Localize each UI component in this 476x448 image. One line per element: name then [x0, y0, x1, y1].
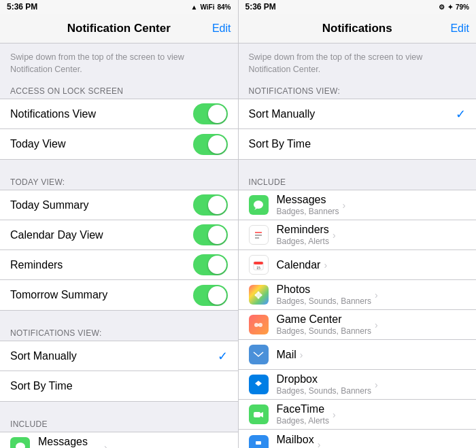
- sort-manually-row-left[interactable]: Sort Manually ✓: [0, 341, 238, 371]
- photos-info-right: Photos Badges, Sounds, Banners: [277, 283, 371, 306]
- today-summary-row[interactable]: Today Summary: [0, 190, 238, 220]
- tomorrow-summary-row[interactable]: Tomorrow Summary: [0, 280, 238, 310]
- svg-point-19: [258, 323, 262, 327]
- svg-rect-23: [254, 412, 260, 417]
- include-group-left: Messages Badges, Banners › Reminders Bad…: [0, 432, 238, 448]
- gamecenter-info-right: Game Center Badges, Sounds, Banners: [277, 313, 371, 336]
- messages-icon-left: [10, 437, 30, 448]
- photos-app-sub-right: Badges, Sounds, Banners: [277, 296, 371, 306]
- reminders-info-right: Reminders Badges, Alerts: [277, 224, 329, 246]
- section-header-notif-right: NOTIFICATIONS VIEW:: [239, 82, 477, 99]
- facetime-app-sub-right: Badges, Alerts: [277, 416, 329, 426]
- gamecenter-app-sub-right: Badges, Sounds, Banners: [277, 326, 371, 336]
- gamecenter-chevron-right: ›: [375, 320, 378, 330]
- sort-manually-label-right: Sort Manually: [249, 108, 456, 120]
- include-header-right: INCLUDE: [239, 173, 477, 190]
- calendar-day-toggle[interactable]: [193, 224, 228, 245]
- svg-point-17: [255, 294, 257, 296]
- calendar-day-row[interactable]: Calendar Day View: [0, 220, 238, 250]
- svg-point-18: [254, 323, 258, 327]
- photos-row-right[interactable]: Photos Badges, Sounds, Banners ›: [239, 280, 477, 310]
- calendar-day-label: Calendar Day View: [10, 229, 193, 241]
- sort-manually-row-right[interactable]: Sort Manually ✓: [239, 99, 477, 129]
- time-left: 5:36 PM: [7, 2, 37, 12]
- sort-by-time-label-left: Sort By Time: [10, 380, 228, 392]
- reminders-icon-right: [249, 225, 269, 245]
- edit-button-left[interactable]: Edit: [212, 22, 231, 35]
- messages-info-left: Messages Badges, Banners: [38, 436, 101, 448]
- today-summary-toggle[interactable]: [193, 194, 228, 216]
- svg-rect-27: [257, 445, 260, 447]
- status-bar-right: 5:36 PM ⚙ ✦ 79%: [239, 0, 477, 14]
- section-header-lock: ACCESS ON LOCK SCREEN: [0, 82, 238, 99]
- calendar-row-right[interactable]: 15 Calendar ›: [239, 250, 477, 280]
- notif-view-group-right: Sort Manually ✓ Sort By Time: [239, 99, 477, 160]
- status-icons-left: ▲ WiFi 84%: [191, 3, 231, 11]
- mail-row-right[interactable]: Mail ›: [239, 340, 477, 370]
- reminders-today-row[interactable]: Reminders: [0, 250, 238, 280]
- messages-row-left[interactable]: Messages Badges, Banners ›: [0, 432, 238, 448]
- time-right: 5:36 PM: [245, 2, 276, 12]
- settings-icon: ⚙: [439, 3, 445, 11]
- dropbox-app-label-right: Dropbox: [277, 373, 371, 385]
- notif-view-group-left: Sort Manually ✓ Sort By Time: [0, 341, 238, 402]
- reminders-chevron-right: ›: [333, 230, 336, 241]
- notifications-view-row[interactable]: Notifications View: [0, 99, 238, 129]
- reminders-app-sub-right: Badges, Alerts: [277, 237, 329, 246]
- nav-title-right: Notifications: [322, 22, 392, 35]
- svg-rect-26: [256, 441, 261, 445]
- sort-by-time-label-right: Sort By Time: [249, 138, 466, 150]
- mailbox-info-right: Mailbox Badges: [277, 434, 314, 449]
- edit-button-right[interactable]: Edit: [450, 22, 469, 35]
- sort-manually-check-left: ✓: [218, 349, 228, 364]
- wifi-icon: WiFi: [200, 3, 214, 11]
- messages-app-sub-right: Badges, Banners: [277, 207, 339, 216]
- reminders-today-label: Reminders: [10, 259, 193, 271]
- dropbox-chevron-right: ›: [375, 379, 378, 390]
- gamecenter-icon-right: [249, 315, 269, 334]
- bluetooth-icon: ✦: [447, 3, 453, 11]
- mailbox-chevron-right: ›: [318, 439, 321, 448]
- svg-point-16: [258, 296, 260, 298]
- reminders-today-toggle[interactable]: [193, 254, 228, 275]
- messages-row-right[interactable]: Messages Badges, Banners ›: [239, 190, 477, 220]
- notifications-view-label: Notifications View: [10, 108, 193, 120]
- svg-point-15: [260, 294, 262, 296]
- facetime-chevron-right: ›: [333, 409, 336, 420]
- mailbox-row-right[interactable]: Mailbox Badges ›: [239, 430, 477, 448]
- sort-by-time-row-right[interactable]: Sort By Time: [239, 129, 477, 159]
- mailbox-icon-right: [249, 435, 269, 449]
- reminders-row-right[interactable]: Reminders Badges, Alerts ›: [239, 220, 477, 250]
- today-view-label: Today View: [10, 138, 193, 150]
- facetime-app-label-right: FaceTime: [277, 403, 329, 415]
- today-view-group: Today Summary Calendar Day View Reminder…: [0, 190, 238, 311]
- gamecenter-row-right[interactable]: Game Center Badges, Sounds, Banners ›: [239, 310, 477, 340]
- include-group-right: Messages Badges, Banners › Reminders Bad…: [239, 190, 477, 448]
- tomorrow-summary-toggle[interactable]: [193, 285, 228, 306]
- section-header-notif-left: NOTIFICATIONS VIEW:: [0, 324, 238, 341]
- today-view-row[interactable]: Today View: [0, 129, 238, 159]
- reminders-app-label-right: Reminders: [277, 224, 329, 236]
- signal-icon: ▲: [191, 3, 198, 11]
- messages-info-right: Messages Badges, Banners: [277, 194, 339, 216]
- nav-title-left: Notification Center: [67, 22, 171, 35]
- battery-text-left: 84%: [217, 3, 231, 11]
- nav-bar-left: Notification Center Edit: [0, 14, 238, 44]
- messages-chevron-left: ›: [104, 442, 107, 449]
- svg-text:15: 15: [256, 266, 260, 270]
- left-scroll: Swipe down from the top of the screen to…: [0, 44, 238, 448]
- notifications-view-toggle[interactable]: [193, 103, 228, 124]
- dropbox-row-right[interactable]: Dropbox Badges, Sounds, Banners ›: [239, 370, 477, 400]
- facetime-row-right[interactable]: FaceTime Badges, Alerts ›: [239, 400, 477, 430]
- messages-icon-right: [249, 195, 269, 215]
- svg-rect-11: [254, 262, 263, 264]
- photos-icon-right: [249, 285, 269, 305]
- svg-point-0: [16, 443, 25, 449]
- gamecenter-app-label-right: Game Center: [277, 313, 371, 326]
- description-right: Swipe down from the top of the screen to…: [239, 44, 477, 82]
- sort-by-time-row-left[interactable]: Sort By Time: [0, 371, 238, 401]
- include-header-left: INCLUDE: [0, 415, 238, 432]
- svg-point-5: [254, 201, 263, 209]
- right-scroll: Swipe down from the top of the screen to…: [239, 44, 477, 448]
- today-view-toggle[interactable]: [193, 134, 228, 155]
